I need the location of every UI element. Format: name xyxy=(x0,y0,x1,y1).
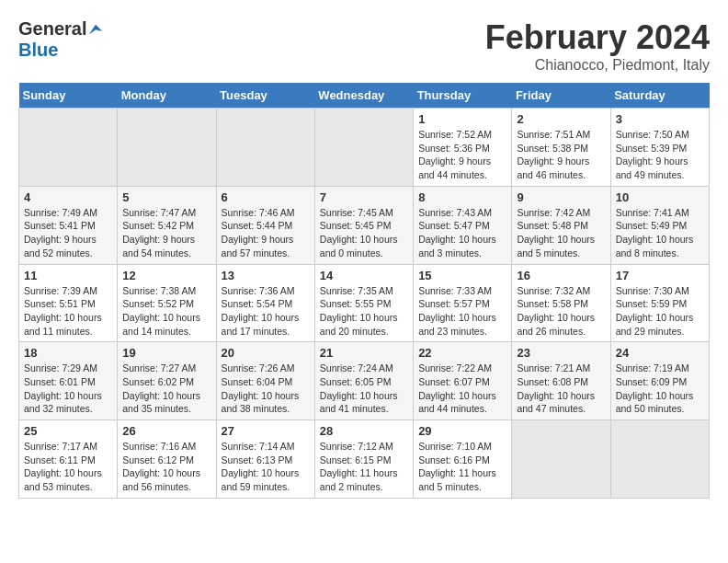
calendar-cell xyxy=(512,420,610,499)
calendar-cell: 24Sunrise: 7:19 AM Sunset: 6:09 PM Dayli… xyxy=(610,342,709,420)
logo-bird-icon xyxy=(87,23,104,40)
day-number: 15 xyxy=(418,269,506,282)
day-number: 22 xyxy=(418,346,506,360)
day-info: Sunrise: 7:50 AM Sunset: 5:39 PM Dayligh… xyxy=(616,128,704,182)
day-info: Sunrise: 7:27 AM Sunset: 6:02 PM Dayligh… xyxy=(122,362,210,416)
day-info: Sunrise: 7:19 AM Sunset: 6:09 PM Dayligh… xyxy=(616,362,704,416)
day-number: 23 xyxy=(517,346,605,360)
day-info: Sunrise: 7:33 AM Sunset: 5:57 PM Dayligh… xyxy=(418,284,506,339)
day-number: 5 xyxy=(122,190,210,204)
calendar-cell: 20Sunrise: 7:26 AM Sunset: 6:04 PM Dayli… xyxy=(216,342,314,420)
week-row-4: 18Sunrise: 7:29 AM Sunset: 6:01 PM Dayli… xyxy=(19,342,710,420)
calendar-cell xyxy=(118,109,216,187)
calendar-cell xyxy=(19,109,118,187)
day-number: 24 xyxy=(616,346,704,360)
day-number: 26 xyxy=(122,424,210,438)
day-info: Sunrise: 7:30 AM Sunset: 5:59 PM Dayligh… xyxy=(616,284,704,339)
col-friday: Friday xyxy=(512,83,610,109)
day-number: 17 xyxy=(616,269,704,282)
day-number: 1 xyxy=(418,112,506,126)
calendar-cell: 25Sunrise: 7:17 AM Sunset: 6:11 PM Dayli… xyxy=(19,420,118,499)
calendar-title: February 2024 xyxy=(485,18,710,57)
calendar-cell xyxy=(216,109,314,187)
week-row-1: 1Sunrise: 7:52 AM Sunset: 5:36 PM Daylig… xyxy=(19,109,710,187)
col-sunday: Sunday xyxy=(19,83,118,109)
calendar-cell: 5Sunrise: 7:47 AM Sunset: 5:42 PM Daylig… xyxy=(118,186,216,264)
day-info: Sunrise: 7:41 AM Sunset: 5:49 PM Dayligh… xyxy=(616,206,704,260)
calendar-cell xyxy=(610,420,709,499)
week-row-2: 4Sunrise: 7:49 AM Sunset: 5:41 PM Daylig… xyxy=(19,186,710,264)
calendar-cell: 23Sunrise: 7:21 AM Sunset: 6:08 PM Dayli… xyxy=(512,342,610,420)
day-number: 21 xyxy=(320,346,408,360)
calendar-cell: 21Sunrise: 7:24 AM Sunset: 6:05 PM Dayli… xyxy=(314,342,413,420)
calendar-cell: 4Sunrise: 7:49 AM Sunset: 5:41 PM Daylig… xyxy=(19,186,118,264)
day-info: Sunrise: 7:16 AM Sunset: 6:12 PM Dayligh… xyxy=(122,440,210,494)
day-info: Sunrise: 7:36 AM Sunset: 5:54 PM Dayligh… xyxy=(222,284,310,339)
day-number: 12 xyxy=(122,269,210,282)
day-info: Sunrise: 7:47 AM Sunset: 5:42 PM Dayligh… xyxy=(122,206,210,260)
day-info: Sunrise: 7:49 AM Sunset: 5:41 PM Dayligh… xyxy=(24,206,112,260)
day-info: Sunrise: 7:39 AM Sunset: 5:51 PM Dayligh… xyxy=(24,284,112,339)
day-info: Sunrise: 7:45 AM Sunset: 5:45 PM Dayligh… xyxy=(320,206,408,260)
day-number: 20 xyxy=(222,346,310,360)
day-number: 28 xyxy=(320,424,408,438)
day-number: 27 xyxy=(222,424,310,438)
calendar-cell xyxy=(314,109,413,187)
calendar-cell: 28Sunrise: 7:12 AM Sunset: 6:15 PM Dayli… xyxy=(314,420,413,499)
day-number: 18 xyxy=(24,346,112,360)
day-info: Sunrise: 7:22 AM Sunset: 6:07 PM Dayligh… xyxy=(418,362,506,416)
day-number: 29 xyxy=(418,424,506,438)
day-number: 8 xyxy=(418,190,506,204)
calendar-cell: 19Sunrise: 7:27 AM Sunset: 6:02 PM Dayli… xyxy=(118,342,216,420)
calendar-cell: 14Sunrise: 7:35 AM Sunset: 5:55 PM Dayli… xyxy=(314,264,413,342)
calendar-cell: 10Sunrise: 7:41 AM Sunset: 5:49 PM Dayli… xyxy=(610,186,709,264)
logo-general: General xyxy=(18,18,86,39)
day-info: Sunrise: 7:29 AM Sunset: 6:01 PM Dayligh… xyxy=(24,362,112,416)
day-number: 19 xyxy=(122,346,210,360)
calendar-cell: 16Sunrise: 7:32 AM Sunset: 5:58 PM Dayli… xyxy=(512,264,610,342)
day-info: Sunrise: 7:17 AM Sunset: 6:11 PM Dayligh… xyxy=(24,440,112,494)
day-number: 2 xyxy=(517,112,605,126)
calendar-cell: 15Sunrise: 7:33 AM Sunset: 5:57 PM Dayli… xyxy=(414,264,512,342)
calendar-cell: 29Sunrise: 7:10 AM Sunset: 6:16 PM Dayli… xyxy=(414,420,512,499)
calendar-cell: 3Sunrise: 7:50 AM Sunset: 5:39 PM Daylig… xyxy=(610,109,709,187)
day-info: Sunrise: 7:14 AM Sunset: 6:13 PM Dayligh… xyxy=(222,440,310,494)
day-info: Sunrise: 7:32 AM Sunset: 5:58 PM Dayligh… xyxy=(517,284,605,339)
col-monday: Monday xyxy=(118,83,216,109)
calendar-cell: 1Sunrise: 7:52 AM Sunset: 5:36 PM Daylig… xyxy=(414,109,512,187)
week-row-5: 25Sunrise: 7:17 AM Sunset: 6:11 PM Dayli… xyxy=(19,420,710,499)
logo-blue: Blue xyxy=(18,40,58,60)
calendar-cell: 8Sunrise: 7:43 AM Sunset: 5:47 PM Daylig… xyxy=(414,186,512,264)
day-info: Sunrise: 7:38 AM Sunset: 5:52 PM Dayligh… xyxy=(122,284,210,339)
day-number: 11 xyxy=(24,269,112,282)
day-number: 13 xyxy=(222,269,310,282)
title-section: February 2024 Chianocco, Piedmont, Italy xyxy=(485,18,710,74)
day-number: 16 xyxy=(517,269,605,282)
day-number: 3 xyxy=(616,112,704,126)
week-row-3: 11Sunrise: 7:39 AM Sunset: 5:51 PM Dayli… xyxy=(19,264,710,342)
svg-marker-0 xyxy=(89,25,102,35)
day-info: Sunrise: 7:10 AM Sunset: 6:16 PM Dayligh… xyxy=(418,440,506,494)
day-info: Sunrise: 7:26 AM Sunset: 6:04 PM Dayligh… xyxy=(222,362,310,416)
page-header: General Blue February 2024 Chianocco, Pi… xyxy=(18,18,710,74)
calendar-cell: 9Sunrise: 7:42 AM Sunset: 5:48 PM Daylig… xyxy=(512,186,610,264)
col-tuesday: Tuesday xyxy=(216,83,314,109)
day-number: 6 xyxy=(222,190,310,204)
calendar-cell: 13Sunrise: 7:36 AM Sunset: 5:54 PM Dayli… xyxy=(216,264,314,342)
logo-wordmark: General Blue xyxy=(18,18,105,61)
day-number: 9 xyxy=(517,190,605,204)
calendar-cell: 12Sunrise: 7:38 AM Sunset: 5:52 PM Dayli… xyxy=(118,264,216,342)
calendar-cell: 17Sunrise: 7:30 AM Sunset: 5:59 PM Dayli… xyxy=(610,264,709,342)
col-wednesday: Wednesday xyxy=(314,83,413,109)
day-number: 7 xyxy=(320,190,408,204)
calendar-cell: 18Sunrise: 7:29 AM Sunset: 6:01 PM Dayli… xyxy=(19,342,118,420)
calendar-cell: 2Sunrise: 7:51 AM Sunset: 5:38 PM Daylig… xyxy=(512,109,610,187)
calendar-table: Sunday Monday Tuesday Wednesday Thursday… xyxy=(18,83,710,499)
day-info: Sunrise: 7:46 AM Sunset: 5:44 PM Dayligh… xyxy=(222,206,310,260)
day-number: 4 xyxy=(24,190,112,204)
calendar-cell: 11Sunrise: 7:39 AM Sunset: 5:51 PM Dayli… xyxy=(19,264,118,342)
logo: General Blue xyxy=(18,18,105,61)
calendar-cell: 26Sunrise: 7:16 AM Sunset: 6:12 PM Dayli… xyxy=(118,420,216,499)
calendar-cell: 7Sunrise: 7:45 AM Sunset: 5:45 PM Daylig… xyxy=(314,186,413,264)
day-info: Sunrise: 7:43 AM Sunset: 5:47 PM Dayligh… xyxy=(418,206,506,260)
